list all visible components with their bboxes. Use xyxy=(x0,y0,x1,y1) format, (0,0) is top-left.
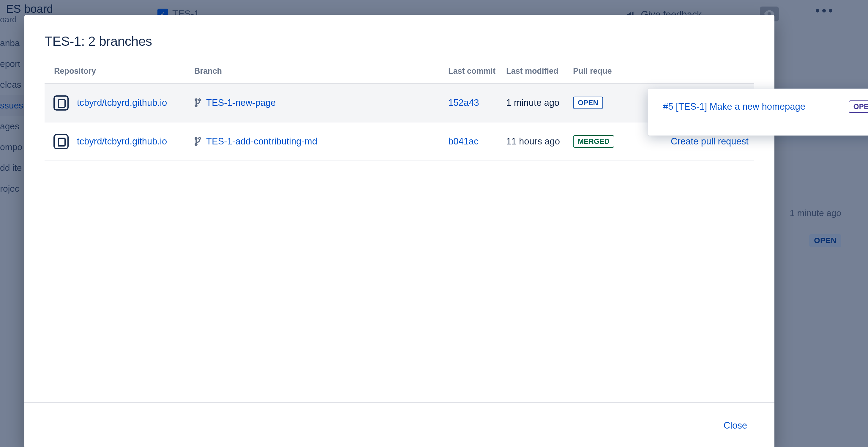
table-header: Repository Branch Last commit Last modif… xyxy=(44,61,754,84)
status-badge: MERGED xyxy=(573,135,614,148)
pr-link[interactable]: #5 [TES-1] Make a new homepage xyxy=(663,101,805,112)
col-last-commit: Last commit xyxy=(448,66,506,76)
branch-link[interactable]: TES-1-add-contributing-md xyxy=(206,136,317,147)
commit-link[interactable]: 152a43 xyxy=(448,97,479,108)
repo-link[interactable]: tcbyrd/tcbyrd.github.io xyxy=(77,136,167,147)
branch-icon xyxy=(194,137,202,146)
modified-text: 1 minute ago xyxy=(506,97,559,108)
commit-link[interactable]: b041ac xyxy=(448,136,478,147)
pr-popover: #5 [TES-1] Make a new homepage OPEN xyxy=(648,89,868,136)
branches-modal: TES-1: 2 branches Repository Branch Last… xyxy=(24,15,774,447)
close-button[interactable]: Close xyxy=(716,417,754,435)
col-branch: Branch xyxy=(194,66,448,76)
status-badge: OPEN xyxy=(573,97,603,109)
create-pr-link[interactable]: Create pull request xyxy=(671,136,749,147)
repo-icon xyxy=(54,95,69,111)
col-last-modified: Last modified xyxy=(506,66,573,76)
repo-icon xyxy=(54,134,69,149)
modified-text: 11 hours ago xyxy=(506,136,560,147)
repo-link[interactable]: tcbyrd/tcbyrd.github.io xyxy=(77,97,167,108)
col-repository: Repository xyxy=(44,66,194,76)
branch-link[interactable]: TES-1-new-page xyxy=(206,97,276,108)
pr-status-badge: OPEN xyxy=(849,100,868,113)
branch-icon xyxy=(194,98,202,108)
modal-title: TES-1: 2 branches xyxy=(44,34,754,49)
col-pull-request: Pull reque xyxy=(573,66,665,76)
